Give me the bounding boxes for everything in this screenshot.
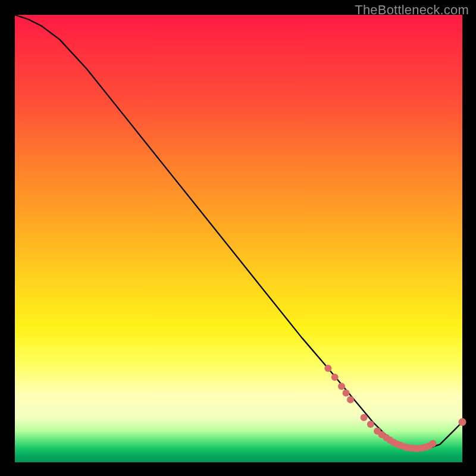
- bottleneck-curve: [15, 15, 462, 449]
- data-point: [338, 383, 345, 390]
- data-point: [331, 374, 339, 381]
- watermark-text: TheBottleneck.com: [355, 2, 469, 18]
- data-point: [367, 421, 374, 428]
- chart-plot-area: [15, 15, 462, 462]
- data-point: [324, 365, 331, 372]
- chart-stage: TheBottleneck.com: [0, 0, 476, 476]
- data-point: [429, 440, 436, 447]
- data-point: [343, 389, 350, 396]
- chart-svg: [15, 15, 462, 462]
- data-point: [347, 396, 354, 403]
- data-point: [459, 418, 466, 426]
- data-point: [361, 414, 368, 421]
